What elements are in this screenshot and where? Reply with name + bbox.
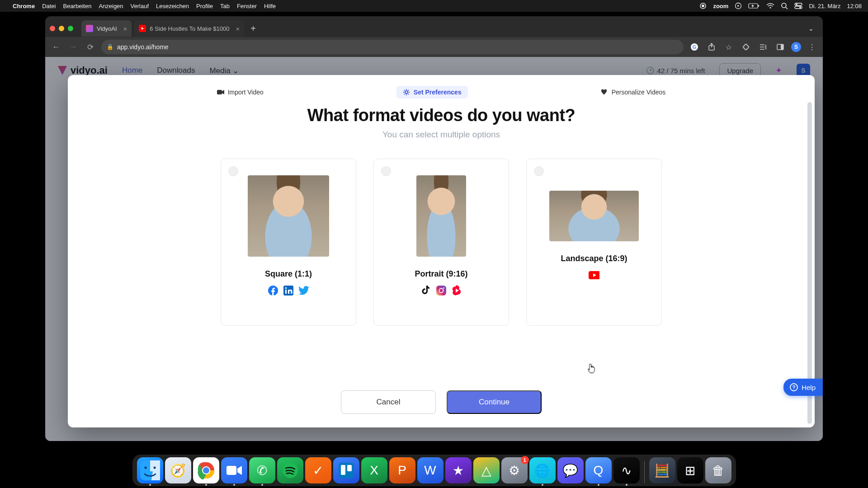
nav-back-icon[interactable]: ← (50, 41, 62, 53)
continue-button[interactable]: Continue (447, 390, 542, 414)
format-title: Landscape (16:9) (561, 254, 627, 263)
svg-point-29 (144, 467, 146, 469)
dock-app-settings[interactable]: ⚙1 (501, 457, 528, 483)
extensions-icon[interactable] (740, 41, 752, 53)
help-circle-icon: ? (790, 383, 798, 391)
modal-footer: Cancel Continue (81, 377, 801, 414)
select-radio[interactable] (228, 166, 238, 176)
dock-app-todoist[interactable]: ✓ (305, 457, 331, 483)
new-tab-button[interactable]: + (247, 23, 259, 34)
dock-app-audio[interactable]: ∿ (613, 457, 640, 483)
dock-app-spotify[interactable] (277, 457, 303, 483)
dock-app-imovie[interactable]: ★ (445, 457, 472, 483)
format-cards: Square (1:1) Portrait (9:16) (81, 159, 801, 326)
menu-tab[interactable]: Tab (220, 3, 230, 9)
step-personalize-videos[interactable]: Personalize Videos (594, 86, 672, 99)
chrome-menu-icon[interactable]: ⋮ (806, 41, 818, 53)
step-import-video[interactable]: Import Video (211, 86, 270, 99)
menu-hilfe[interactable]: Hilfe (264, 3, 276, 9)
close-window-icon[interactable] (50, 26, 55, 31)
menu-bearbeiten[interactable]: Bearbeiten (63, 3, 91, 9)
menu-datei[interactable]: Datei (42, 3, 56, 9)
menu-anzeigen[interactable]: Anzeigen (99, 3, 123, 9)
modal-scrollbar[interactable] (807, 102, 812, 424)
dock-app-globe[interactable]: 🌐 (529, 457, 556, 483)
tab-overflow-icon[interactable]: ⌄ (808, 25, 818, 32)
menu-fenster[interactable]: Fenster (237, 3, 257, 9)
svg-rect-22 (436, 286, 446, 296)
fullscreen-window-icon[interactable] (68, 26, 73, 31)
video-camera-icon (217, 89, 224, 95)
menubar-time[interactable]: 12:08 (847, 3, 862, 9)
close-tab-icon[interactable]: × (123, 25, 127, 33)
nav-forward-icon[interactable]: → (67, 41, 80, 53)
browser-tab-vidyoai[interactable]: VidyoAI × (81, 20, 132, 37)
svg-point-10 (800, 7, 802, 9)
battery-icon[interactable] (748, 3, 760, 9)
dock-app-mission[interactable]: ⊞ (677, 457, 703, 483)
menubar-zoom-label[interactable]: zoom (713, 3, 728, 9)
dock-app-finder[interactable] (137, 457, 163, 483)
sidepanel-icon[interactable] (774, 41, 787, 53)
record-icon[interactable] (699, 2, 707, 9)
minimize-window-icon[interactable] (59, 26, 64, 31)
dock-app-trello[interactable] (333, 457, 359, 483)
dock-app-powerpoint[interactable]: P (389, 457, 415, 483)
pointer-cursor-icon (588, 363, 596, 374)
address-bar[interactable]: 🔒 app.vidyo.ai/home (101, 40, 684, 54)
dock-app-quicktime[interactable]: Q (585, 457, 612, 483)
tiktok-icon (420, 285, 431, 296)
dock-app-excel[interactable]: X (361, 457, 387, 483)
play-icon[interactable] (735, 2, 742, 9)
dock-app-chrome[interactable] (193, 457, 219, 483)
dock-separator (644, 461, 645, 483)
format-card-landscape[interactable]: Landscape (16:9) (526, 159, 662, 326)
format-card-square[interactable]: Square (1:1) (221, 159, 356, 326)
format-selection-modal: Import Video Set Preferences Personalize… (68, 75, 815, 427)
format-card-portrait[interactable]: Portrait (9:16) (373, 159, 509, 326)
select-radio[interactable] (381, 166, 391, 176)
dock-app-safari[interactable]: 🧭 (165, 457, 191, 483)
help-label: Help (802, 384, 816, 391)
menu-verlauf[interactable]: Verlauf (131, 3, 149, 9)
dock-app-word[interactable]: W (417, 457, 443, 483)
dock-app-whatsapp[interactable]: ✆ (249, 457, 275, 483)
running-indicator-icon (626, 484, 627, 486)
nav-reload-icon[interactable]: ⟳ (84, 41, 97, 53)
menu-profile[interactable]: Profile (196, 3, 213, 9)
select-radio[interactable] (534, 166, 544, 176)
running-indicator-icon (149, 484, 151, 486)
svg-rect-38 (341, 465, 345, 475)
menu-lesezeichen[interactable]: Lesezeichen (156, 3, 189, 9)
dock-app-calculator[interactable]: 🧮 (649, 457, 675, 483)
menubar-date[interactable]: Di. 21. März (809, 3, 840, 9)
google-account-icon[interactable]: G (688, 41, 701, 53)
browser-tab-youtube[interactable]: 6 Side Hustles To Make $1000 × (134, 20, 244, 37)
share-icon[interactable] (705, 41, 718, 53)
step-set-preferences[interactable]: Set Preferences (396, 86, 468, 99)
chrome-toolbar: ← → ⟳ 🔒 app.vidyo.ai/home G ☆ S ⋮ (45, 37, 823, 57)
svg-rect-15 (781, 44, 783, 50)
wifi-icon[interactable] (766, 3, 774, 9)
svg-rect-16 (217, 90, 222, 94)
cancel-button[interactable]: Cancel (341, 390, 436, 414)
help-button[interactable]: ? Help (783, 379, 823, 396)
dock-app-drive[interactable]: △ (473, 457, 500, 483)
format-thumbnail-portrait (416, 175, 466, 257)
reading-list-icon[interactable] (757, 41, 769, 53)
menubar-app-name[interactable]: Chrome (13, 3, 35, 9)
modal-subtitle: You can select multiple options (81, 130, 801, 140)
macos-menubar: Chrome Datei Bearbeiten Anzeigen Verlauf… (0, 0, 868, 12)
search-icon[interactable] (781, 2, 788, 9)
dock-app-discord[interactable]: 💬 (557, 457, 584, 483)
heart-icon (601, 89, 608, 95)
dock-app-zoom[interactable] (221, 457, 247, 483)
page-viewport: vidyo.ai Home Downloads Media ⌄ 🕑42 / 75… (45, 57, 823, 441)
spotify-icon (282, 462, 298, 479)
dock-app-trash[interactable]: 🗑 (705, 457, 731, 483)
chrome-profile-avatar[interactable]: S (791, 42, 801, 52)
bookmark-star-icon[interactable]: ☆ (722, 41, 735, 53)
control-center-icon[interactable] (794, 3, 802, 9)
close-tab-icon[interactable]: × (236, 25, 240, 33)
window-traffic-lights[interactable] (50, 26, 73, 31)
